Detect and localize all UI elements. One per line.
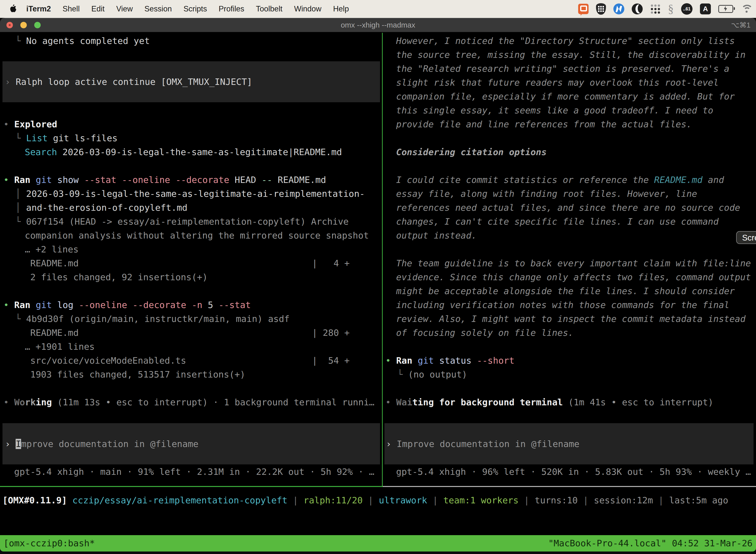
terminal-line: └ (no output) [397,368,467,382]
right-waiting-status: • Waiting for background terminal (1m 41… [385,395,713,409]
close-button[interactable] [6,22,13,28]
terminal-line: the "Related research writing" section i… [396,62,730,76]
terminal-line: └ 067f154 (HEAD -> essay/ai-reimplementa… [15,215,349,229]
right-reasoning-heading: Considering citation options [396,145,547,159]
terminal-line: src/voice/voiceModeEnabled.ts| 54 + [30,354,186,368]
terminal-line: … +1901 lines [25,340,95,354]
terminal-line: │ and-the-erosion-of-copyleft.md [15,201,188,215]
left-model-status-line: gpt-5.4 xhigh · main · 91% left · 2.31M … [14,465,374,479]
tmux-host-clock-label: "MacBook-Pro-44.local" 04:52 31-Mar-26 [548,535,753,552]
terminal-line: provide file and line references from th… [396,117,692,131]
menu-bar: iTerm2ShellEditViewSessionScriptsProfile… [0,0,756,18]
window-shortcut-badge: ⌥⌘1 [731,18,751,32]
screen-share-overlay-label: Scre [742,233,756,242]
terminal-line: essay file, along with finding root file… [396,187,697,201]
menu-item-edit[interactable]: Edit [91,4,105,13]
terminal-line: The team guideline is to back every impo… [396,257,751,270]
menu-item-help[interactable]: Help [333,4,349,13]
terminal-line: slight risk that future readers may over… [396,76,718,90]
terminal-line: 1903 files changed, 513517 insertions(+) [30,368,245,382]
menu-item-view[interactable]: View [116,4,133,13]
terminal-line: evidence. Since this change only affects… [396,270,751,284]
left-explored-list: └ List git ls-files [15,131,118,145]
right-pane-bottom-border [383,486,756,487]
menu-item-session[interactable]: Session [144,4,172,13]
menu-item-iterm2[interactable]: iTerm2 [26,4,51,13]
left-ran-git-log: • Ran git log --oneline --decorate -n 5 … [3,298,251,312]
terminal-line: │ 2026-03-09-is-legal-the-same-as-legiti… [15,187,365,201]
left-explored-header: • Explored [3,117,57,131]
battery-charging-icon[interactable] [718,5,733,13]
window-title: omx --xhigh --madmax [341,18,415,32]
terminal-line: changes, I can't cite specific file line… [396,215,718,229]
zoom-button[interactable] [34,22,41,28]
left-prompt-input[interactable]: › Improve documentation in @filename [5,437,198,451]
terminal-content: └ No agents completed yet› Ralph loop ac… [0,32,756,535]
traffic-lights [6,18,41,32]
terminal-line: including verification notes with those … [396,298,730,312]
keyboard-a-icon[interactable]: A [700,3,711,14]
apple-logo-icon[interactable] [9,4,17,14]
terminal-line: might be acceptable alongside the file l… [396,284,735,298]
left-working-status: • Working (11m 13s • esc to interrupt) ·… [3,395,375,409]
wifi-icon[interactable] [741,4,753,14]
tmux-pane-divider [382,33,383,487]
terminal-line: output instead. [396,229,477,242]
menu-item-toolbelt[interactable]: Toolbelt [256,4,282,13]
left-no-agents-line: └ No agents completed yet [15,34,150,48]
blue-pinwheel-icon[interactable] [613,3,624,14]
terminal-line: README.md| 4 + [30,257,79,270]
terminal-line: I could cite commit statistics or refere… [396,173,724,187]
terminal-line: 2 files changed, 92 insertions(+) [30,270,208,284]
menu-item-shell[interactable]: Shell [63,4,80,13]
terminal-line: references need actual files, and since … [396,201,740,215]
tmux-session-window-label[interactable]: [omx-cczip0:bash* [3,535,95,552]
tmux-status-bar: [omx-cczip0:bash* "MacBook-Pro-44.local"… [0,535,756,552]
terminal-line: review. Also, I might want to inspect th… [396,312,746,326]
terminal-line: README.md| 280 + [30,326,79,340]
menu-item-profiles[interactable]: Profiles [218,4,244,13]
screen-share-overlay[interactable]: Scre [736,231,756,244]
menu-status-icons: § ..61 A [578,0,753,18]
terminal-line: companion file, especially if more comme… [396,90,735,104]
minimize-button[interactable] [20,22,27,28]
terminal-line: … +2 lines [25,242,79,257]
left-ran-git-show: • Ran git show --stat --oneline --decora… [3,173,326,187]
shield-grid-icon[interactable] [596,3,606,15]
title-bar: omx --xhigh --madmax ⌥⌘1 [0,18,756,32]
terminal-line: the source tree, missing the essay. Stil… [396,48,746,62]
terminal-line: of focusing solely on file lines. [396,326,573,340]
squiggle-icon[interactable]: § [668,3,674,15]
left-pane-bottom-border [0,486,383,487]
right-reasoning-text: However, I noticed the "Directory Struct… [396,34,735,48]
contrast-circle-icon[interactable] [632,3,643,14]
battery-percent-badge-icon[interactable]: ..61 [681,3,693,15]
terminal-line: this single essay, it seems like a good … [396,104,713,117]
dots-grid-icon[interactable] [650,4,660,14]
menu-item-scripts[interactable]: Scripts [184,4,207,13]
ralph-loop-line: › Ralph loop active continue [OMX_TMUX_I… [5,75,252,89]
omx-status-line: [OMX#0.11.9] cczip/essay/ai-reimplementa… [2,493,728,507]
right-model-status-line: gpt-5.4 xhigh · 96% left · 520K in · 5.8… [396,465,751,479]
terminal-line: companion analysis without altering the … [25,229,369,242]
right-prompt-input[interactable]: › Improve documentation in @filename [386,437,579,451]
left-explored-search: Search 2026-03-09-is-legal-the-same-as-l… [25,145,342,159]
menu-item-window[interactable]: Window [294,4,321,13]
right-ran-git-status: • Ran git status --short [385,354,514,368]
chat-app-icon[interactable] [578,4,588,14]
terminal-line: └ 4b9d30f (origin/main, instructkr/main,… [15,312,290,326]
